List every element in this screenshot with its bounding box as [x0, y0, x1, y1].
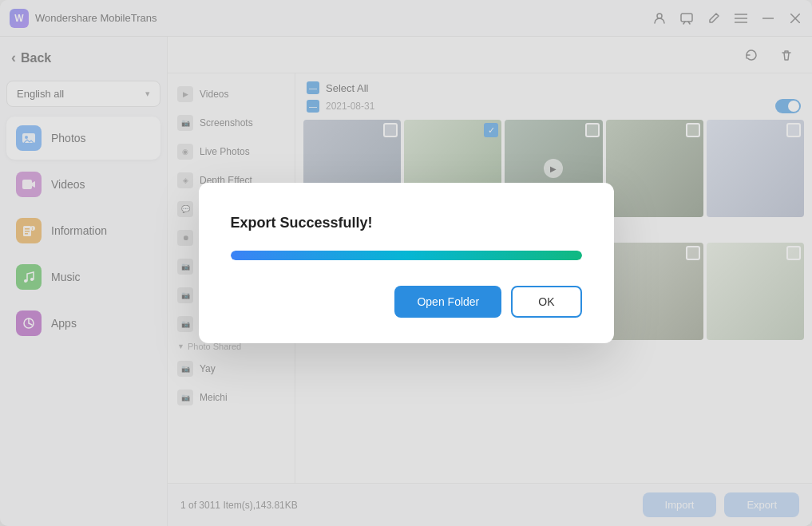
export-success-modal: Export Successfully! Open Folder OK [199, 183, 614, 343]
modal-progress-fill [231, 251, 582, 260]
app-window: W Wondershare MobileTrans [0, 0, 812, 526]
ok-button[interactable]: OK [511, 286, 581, 318]
modal-progress-bar [231, 251, 582, 260]
open-folder-button[interactable]: Open Folder [394, 286, 501, 318]
modal-overlay: Export Successfully! Open Folder OK [0, 0, 812, 526]
modal-buttons: Open Folder OK [394, 286, 581, 318]
modal-title: Export Successfully! [231, 215, 373, 231]
